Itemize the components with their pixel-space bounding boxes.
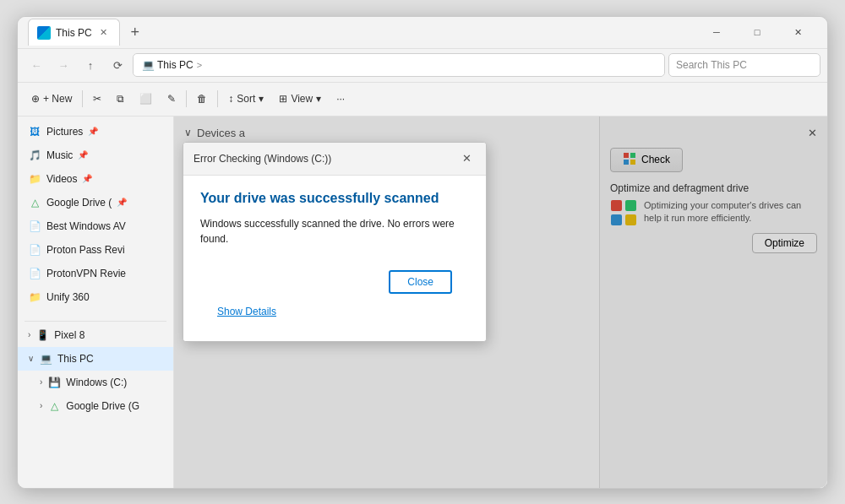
delete-button[interactable]: 🗑 bbox=[190, 87, 214, 111]
sidebar-item-pixel[interactable]: › 📱 Pixel 8 bbox=[18, 323, 173, 347]
tab-area: This PC ✕ + bbox=[28, 19, 697, 46]
dialog-title: Error Checking (Windows (C:)) bbox=[194, 153, 331, 165]
protonvpn-icon: 📄 bbox=[28, 267, 41, 280]
dialog-close-button[interactable]: Close bbox=[389, 270, 452, 294]
protonpass-icon: 📄 bbox=[28, 243, 41, 257]
sidebar-label-gdrive2: Google Drive (G bbox=[66, 400, 139, 412]
breadcrumb-sep: > bbox=[197, 60, 202, 70]
dialog-title-bar: Error Checking (Windows (C:)) ✕ bbox=[183, 143, 486, 176]
rename-button[interactable]: ✎ bbox=[161, 87, 183, 111]
back-button[interactable]: ← bbox=[25, 53, 48, 77]
dialog-body: Your drive was successfully scanned Wind… bbox=[183, 176, 486, 341]
breadcrumb: 💻 This PC > bbox=[133, 53, 665, 77]
dialog-x-button[interactable]: ✕ bbox=[457, 149, 476, 168]
tab-this-pc[interactable]: This PC ✕ bbox=[28, 19, 120, 46]
sidebar-item-unify[interactable]: 📁 Unify 360 bbox=[18, 285, 173, 309]
new-tab-button[interactable]: + bbox=[123, 20, 147, 44]
maximize-button[interactable]: □ bbox=[738, 19, 777, 46]
toolbar-separator-1 bbox=[82, 90, 83, 107]
sidebar-item-videos[interactable]: 📁 Videos 📌 bbox=[18, 167, 173, 191]
tab-title: This PC bbox=[56, 27, 92, 39]
tab-close-button[interactable]: ✕ bbox=[97, 26, 111, 40]
sidebar-label-videos: Videos bbox=[46, 173, 77, 185]
view-icon: ⊞ bbox=[279, 93, 287, 105]
copy-button[interactable]: ⧉ bbox=[110, 87, 131, 111]
pictures-icon: 🖼 bbox=[28, 125, 41, 138]
toolbar-separator-3 bbox=[217, 90, 218, 107]
content-area: 🖼 Pictures 📌 🎵 Music 📌 📁 Videos 📌 △ Goog… bbox=[18, 117, 827, 488]
thispc-icon-sidebar: 💻 bbox=[39, 352, 52, 366]
rename-icon: ✎ bbox=[167, 93, 176, 105]
new-icon: ⊕ bbox=[31, 93, 40, 105]
cut-icon: ✂ bbox=[93, 93, 101, 105]
bestav-icon: 📄 bbox=[28, 219, 41, 233]
pin-icon: 📌 bbox=[88, 127, 98, 136]
dialog-footer: Close bbox=[200, 262, 469, 306]
gdrive2-chevron-icon: › bbox=[40, 401, 42, 410]
sidebar-label-music: Music bbox=[46, 149, 73, 161]
sidebar-item-bestav[interactable]: 📄 Best Windows AV bbox=[18, 214, 173, 238]
dialog-overlay: Error Checking (Windows (C:)) ✕ Your dri… bbox=[174, 117, 827, 488]
sidebar-label-windowsc: Windows (C:) bbox=[66, 377, 127, 388]
sidebar-label-bestav: Best Windows AV bbox=[46, 220, 126, 232]
sort-chevron-icon: ▾ bbox=[259, 93, 264, 105]
pixel-icon: 📱 bbox=[35, 328, 49, 342]
navigation-bar: ← → ↑ ⟳ 💻 This PC > Search This PC bbox=[18, 49, 827, 83]
sidebar-item-gdrive[interactable]: △ Google Drive ( 📌 bbox=[18, 191, 173, 214]
sort-button[interactable]: ↕ Sort ▾ bbox=[221, 87, 270, 111]
dialog-show-details-link[interactable]: Show Details bbox=[200, 306, 469, 329]
sidebar-label-pictures: Pictures bbox=[46, 126, 83, 138]
search-box[interactable]: Search This PC bbox=[668, 53, 820, 77]
delete-icon: 🗑 bbox=[197, 93, 207, 105]
gdrive2-icon-sidebar: △ bbox=[47, 399, 61, 413]
new-button[interactable]: ⊕ + New bbox=[25, 87, 79, 111]
sidebar-item-protonvpn[interactable]: 📄 ProtonVPN Revie bbox=[18, 262, 173, 285]
sidebar-item-windowsc[interactable]: › 💾 Windows (C:) bbox=[18, 371, 173, 394]
more-button[interactable]: ··· bbox=[330, 87, 352, 111]
sidebar-item-thispc[interactable]: ∨ 💻 This PC bbox=[18, 347, 173, 371]
thispc-icon: 💻 bbox=[142, 59, 155, 71]
sidebar-label-gdrive: Google Drive ( bbox=[46, 197, 112, 209]
pin-icon-gdrive: 📌 bbox=[117, 198, 127, 207]
file-explorer-window: This PC ✕ + ─ □ ✕ ← → ↑ ⟳ 💻 This PC > Se… bbox=[17, 16, 828, 489]
copy-icon: ⧉ bbox=[117, 93, 124, 105]
sidebar-label-protonpass: Proton Pass Revi bbox=[46, 244, 125, 256]
sidebar-label-thispc: This PC bbox=[57, 353, 94, 365]
sidebar-item-music[interactable]: 🎵 Music 📌 bbox=[18, 144, 173, 167]
music-icon: 🎵 bbox=[28, 149, 41, 162]
sidebar-item-protonpass[interactable]: 📄 Proton Pass Revi bbox=[18, 238, 173, 262]
cut-button[interactable]: ✂ bbox=[86, 87, 108, 111]
sidebar-item-pictures[interactable]: 🖼 Pictures 📌 bbox=[18, 120, 173, 144]
search-placeholder: Search This PC bbox=[676, 59, 747, 71]
main-panel: ∨ Devices a Windows (C:) bbox=[174, 117, 827, 488]
unify-icon: 📁 bbox=[28, 290, 41, 304]
pixel-chevron-icon: › bbox=[28, 330, 30, 339]
view-chevron-icon: ▾ bbox=[316, 93, 321, 105]
view-button[interactable]: ⊞ View ▾ bbox=[272, 87, 328, 111]
sidebar-divider bbox=[25, 321, 166, 322]
sidebar-item-gdrive2[interactable]: › △ Google Drive (G bbox=[18, 394, 173, 418]
minimize-button[interactable]: ─ bbox=[697, 19, 736, 46]
tab-this-pc-icon bbox=[37, 26, 51, 40]
pin-icon-videos: 📌 bbox=[82, 174, 92, 183]
refresh-button[interactable]: ⟳ bbox=[106, 53, 129, 77]
windowsc-icon: 💾 bbox=[47, 376, 61, 389]
sidebar-label-protonvpn: ProtonVPN Revie bbox=[46, 268, 126, 279]
pin-icon-music: 📌 bbox=[78, 150, 88, 160]
sidebar-label-pixel: Pixel 8 bbox=[54, 329, 84, 341]
sidebar: 🖼 Pictures 📌 🎵 Music 📌 📁 Videos 📌 △ Goog… bbox=[18, 117, 174, 488]
paste-icon: ⬜ bbox=[139, 93, 152, 105]
videos-icon: 📁 bbox=[28, 172, 41, 186]
forward-button[interactable]: → bbox=[52, 53, 75, 77]
sidebar-spacer bbox=[18, 309, 173, 319]
up-button[interactable]: ↑ bbox=[79, 53, 102, 77]
paste-button[interactable]: ⬜ bbox=[133, 87, 159, 111]
error-checking-dialog: Error Checking (Windows (C:)) ✕ Your dri… bbox=[183, 142, 487, 342]
breadcrumb-thispc[interactable]: 💻 This PC bbox=[142, 59, 194, 71]
toolbar: ⊕ + New ✂ ⧉ ⬜ ✎ 🗑 ↕ Sort ▾ ⊞ View ▾ bbox=[18, 83, 827, 117]
title-bar-controls: ─ □ ✕ bbox=[697, 19, 817, 46]
thispc-chevron-icon: ∨ bbox=[28, 354, 34, 363]
close-button[interactable]: ✕ bbox=[778, 19, 817, 46]
title-bar: This PC ✕ + ─ □ ✕ bbox=[18, 17, 827, 49]
windowsc-chevron-icon: › bbox=[40, 377, 42, 387]
